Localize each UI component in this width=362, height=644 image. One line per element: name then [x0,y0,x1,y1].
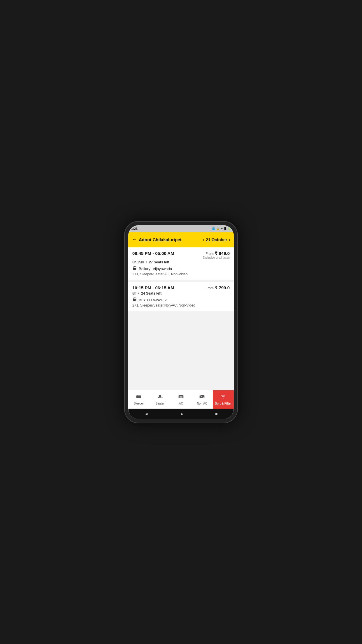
status-bar: 1:23 🌐 🔒 ▼ ▉ 🔋 [128,225,234,232]
phone-device: 1:23 🌐 🔒 ▼ ▉ 🔋 ← Adoni-Chilakaluripet ‹ … [124,221,238,423]
bus-1-separator: - [152,251,155,256]
bus-1-price-from: From [205,252,215,256]
status-icons: 🌐 🔒 ▼ ▉ 🔋 [212,227,231,230]
bus-1-tax: Exclusive of all taxes [203,256,230,259]
toolbar: ← Adoni-Chilakaluripet ‹ 21 October › [128,232,234,247]
bus-1-seats: 27 Seats left [149,260,169,264]
seater-icon [157,394,163,401]
nav-non-ac-label: Non-AC [197,402,208,405]
bus-1-name: Bellary -Vijayawada [139,267,172,271]
bus-2-seats: 24 Seats left [141,291,161,295]
bus-list: 08:45 PM - 05:00 AM From ₹ 849.0 Exclusi… [128,247,234,390]
bus-2-name: BLY TO VJWD 2 [139,298,167,302]
bus-card-1-header: 08:45 PM - 05:00 AM From ₹ 849.0 Exclusi… [132,251,230,259]
nav-seater-label: Seater [156,402,164,405]
bus-2-duration-time: 8h [132,291,136,295]
bus-1-arrival: 05:00 AM [155,251,174,256]
prev-date-button[interactable]: ‹ [203,237,204,242]
ac-icon [178,394,184,401]
bus-2-dot: • [138,291,139,295]
phone-screen: 1:23 🌐 🔒 ▼ ▉ 🔋 ← Adoni-Chilakaluripet ‹ … [128,225,234,419]
bus-2-price-from: From [205,286,215,290]
bus-2-price-amount: ₹ 799.0 [215,285,230,290]
bus-1-dot: • [146,260,147,264]
bus-2-separator: - [152,285,155,290]
bus-1-time: 08:45 PM - 05:00 AM [132,251,174,256]
current-date: 21 October [206,237,227,242]
bus-card-2-header: 10:15 PM - 06:15 AM From ₹ 799.0 [132,285,230,290]
nav-ac-label: AC [179,402,183,405]
bus-1-rupee: ₹ [215,251,219,256]
bus-1-type: 2+1, Sleeper/Seater,AC, Non-Video [132,272,230,276]
bus-2-departure: 10:15 PM [132,285,151,290]
back-button[interactable]: ← [132,237,137,243]
date-navigation: ‹ 21 October › [203,237,230,242]
nav-ac[interactable]: AC [171,390,191,409]
filter-icon [220,394,226,401]
bus-1-name-row: Bellary -Vijayawada [132,266,230,272]
next-date-button[interactable]: › [229,237,230,242]
svg-rect-1 [137,395,138,396]
android-back-button[interactable]: ◄ [144,412,148,416]
bus-1-price-amount: ₹ 849.0 [215,251,230,256]
bus-2-time: 10:15 PM - 06:15 AM [132,285,174,290]
toolbar-title: Adoni-Chilakaluripet [139,237,182,242]
nav-sleeper-label: Sleeper [134,402,144,405]
bus-card-2[interactable]: 10:15 PM - 06:15 AM From ₹ 799.0 8h • [128,282,234,311]
android-recent-button[interactable]: ■ [215,412,217,416]
bus-1-price-col: From ₹ 849.0 Exclusive of all taxes [203,251,230,259]
sleeper-icon [136,394,142,401]
bus-2-rupee: ₹ [215,285,219,290]
toolbar-left: ← Adoni-Chilakaluripet [132,237,182,243]
bus-2-name-row: BLY TO VJWD 2 [132,297,230,303]
bus-1-price-line: From ₹ 849.0 [203,251,230,256]
nav-non-ac[interactable]: Non-AC [191,390,212,409]
non-ac-icon [199,394,205,401]
bus-card-1[interactable]: 08:45 PM - 05:00 AM From ₹ 849.0 Exclusi… [128,247,234,280]
bus-2-type: 2+1, Sleeper/Seater,Non-AC, Non-Video [132,303,230,307]
bus-2-price-col: From ₹ 799.0 [205,285,230,290]
status-time: 1:23 [131,227,138,230]
bus-1-duration: 8h 15m • 27 Seats left [132,260,230,264]
android-nav-bar: ◄ ● ■ [128,409,234,419]
nav-sleeper[interactable]: Sleeper [128,390,149,409]
wifi-icon: ▼ [221,227,223,230]
nav-sort-filter-label: Sort & Filter [215,402,231,405]
bus-1-departure: 08:45 PM [132,251,151,256]
bus-2-arrival: 06:15 AM [155,285,174,290]
bus-1-duration-time: 8h 15m [132,260,144,264]
bus-2-price-line: From ₹ 799.0 [205,285,230,290]
battery-icon: 🔋 [228,227,231,230]
bus-2-duration: 8h • 24 Seats left [132,291,230,295]
nav-sort-filter[interactable]: Sort & Filter [213,390,234,409]
nav-seater[interactable]: Seater [149,390,170,409]
bus-1-bus-icon [132,266,137,272]
world-icon: 🌐 [212,227,215,230]
signal-icon: ▉ [224,227,226,230]
android-home-button[interactable]: ● [180,412,183,416]
bus-2-bus-icon [132,297,137,303]
bottom-nav: Sleeper Seater AC [128,390,234,409]
lock-icon: 🔒 [216,227,219,230]
